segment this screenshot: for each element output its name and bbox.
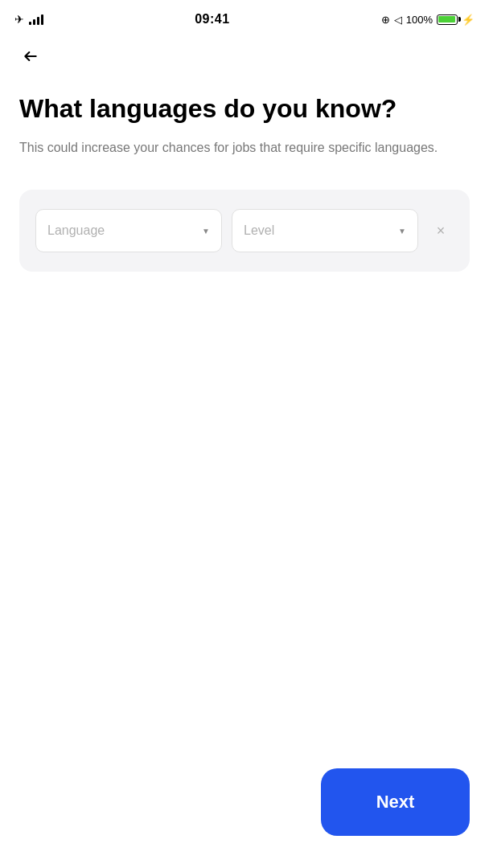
- level-dropdown[interactable]: Level ▼: [232, 209, 418, 252]
- level-dropdown-label: Level: [244, 223, 274, 238]
- main-content: What languages do you know? This could i…: [0, 80, 489, 272]
- language-card: Language ▼ Level ▼ ×: [19, 190, 470, 272]
- remove-icon: ×: [437, 223, 446, 240]
- battery-icon: [437, 14, 458, 25]
- page-subtitle: This could increase your chances for job…: [19, 138, 470, 158]
- nav-icon: ◁: [394, 14, 402, 26]
- battery-fill: [438, 16, 455, 23]
- language-dropdown-label: Language: [47, 223, 105, 238]
- language-row: Language ▼ Level ▼ ×: [35, 209, 454, 252]
- status-right: ⊕ ◁ 100% ⚡: [381, 14, 475, 26]
- battery-percent: 100%: [406, 14, 433, 26]
- nav-bar: [0, 35, 489, 80]
- next-button[interactable]: Next: [321, 768, 470, 836]
- signal-bars: [29, 14, 43, 25]
- status-time: 09:41: [195, 12, 229, 27]
- back-button[interactable]: [16, 42, 45, 71]
- next-button-label: Next: [376, 792, 415, 813]
- status-bar: ✈ 09:41 ⊕ ◁ 100% ⚡: [0, 0, 489, 35]
- airplane-icon: ✈: [14, 13, 24, 26]
- remove-language-button[interactable]: ×: [428, 218, 454, 244]
- level-dropdown-arrow-icon: ▼: [398, 227, 406, 235]
- language-dropdown[interactable]: Language ▼: [35, 209, 222, 252]
- battery-container: [437, 14, 458, 25]
- page-title: What languages do you know?: [19, 93, 470, 124]
- status-left: ✈: [14, 13, 43, 26]
- back-arrow-icon: [23, 48, 39, 64]
- location-icon: ⊕: [381, 14, 390, 26]
- language-dropdown-arrow-icon: ▼: [202, 227, 210, 235]
- charging-icon: ⚡: [462, 14, 475, 26]
